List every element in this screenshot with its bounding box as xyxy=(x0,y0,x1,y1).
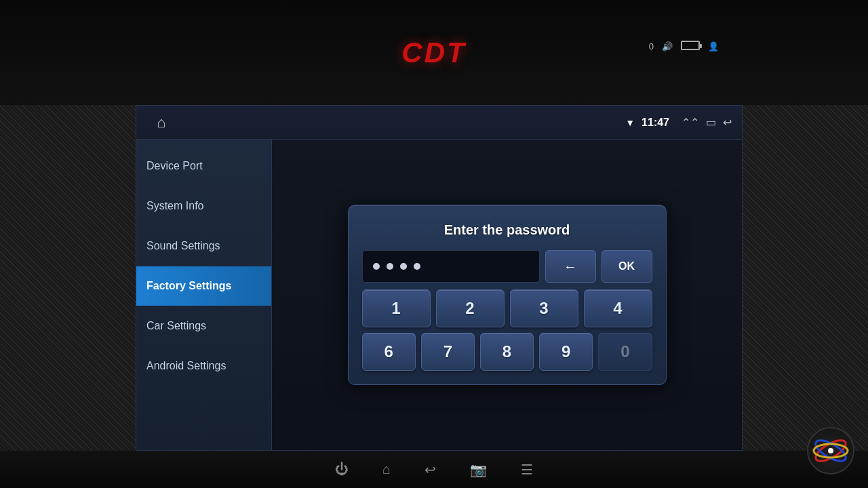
password-input[interactable] xyxy=(362,250,540,283)
sidebar-item-device-port[interactable]: Device Port xyxy=(136,146,271,186)
numpad-row-1: 1 2 3 4 xyxy=(362,289,652,327)
password-dialog: Enter the password ← xyxy=(348,205,667,385)
camera-icon[interactable]: 📷 xyxy=(470,462,487,478)
sidebar-item-system-info[interactable]: System Info xyxy=(136,186,271,226)
dot-3 xyxy=(400,263,407,270)
num-btn-3[interactable]: 3 xyxy=(510,289,578,327)
top-signal: 0 xyxy=(649,41,654,52)
num-btn-0[interactable]: 0 xyxy=(598,333,652,371)
sidebar-item-android-settings[interactable]: Android Settings xyxy=(136,346,271,386)
bottom-bar: ⏻ ⌂ ↩ 📷 ☰ xyxy=(0,451,868,488)
back-bottom-icon[interactable]: ↩ xyxy=(425,462,436,478)
power-icon[interactable]: ⏻ xyxy=(335,462,349,477)
sidebar: Device Port System Info Sound Settings F… xyxy=(136,140,272,450)
status-time: 11:47 xyxy=(642,117,669,129)
main-content: Enter the password ← xyxy=(272,140,742,450)
dialog-overlay: Enter the password ← xyxy=(272,140,742,450)
sidebar-item-factory-settings[interactable]: Factory Settings xyxy=(136,266,271,306)
top-person-icon: 👤 xyxy=(708,41,719,52)
numpad: 1 2 3 4 6 7 8 9 0 xyxy=(362,289,652,371)
status-icons: ▼ 11:47 ⌃⌃ ▭ ↩ xyxy=(625,116,732,129)
ok-button[interactable]: OK xyxy=(601,250,652,283)
dot-4 xyxy=(414,263,420,270)
home-icon[interactable]: ⌂ xyxy=(157,114,165,131)
svg-point-3 xyxy=(828,448,833,453)
num-btn-9[interactable]: 9 xyxy=(539,333,593,371)
outer-frame: CDT 0 🔊 👤 ⌂ ▼ 11:47 ⌃⌃ ▭ ↩ xyxy=(0,0,868,488)
num-btn-7[interactable]: 7 xyxy=(421,333,475,371)
sidebar-item-sound-settings[interactable]: Sound Settings xyxy=(136,226,271,266)
device-screen: ⌂ ▼ 11:47 ⌃⌃ ▭ ↩ Device Port System Info xyxy=(136,105,743,451)
screen-status-bar: ⌂ ▼ 11:47 ⌃⌃ ▭ ↩ xyxy=(136,106,742,140)
dot-2 xyxy=(387,263,393,270)
num-btn-1[interactable]: 1 xyxy=(362,289,431,327)
screen-body: Device Port System Info Sound Settings F… xyxy=(136,140,742,450)
top-signal-icon: 🔊 xyxy=(662,41,673,52)
watermark xyxy=(807,427,861,481)
num-btn-2[interactable]: 2 xyxy=(436,289,505,327)
num-btn-8[interactable]: 8 xyxy=(480,333,534,371)
brand-logo: CDT xyxy=(401,37,466,69)
top-battery xyxy=(681,41,700,52)
backspace-button[interactable]: ← xyxy=(545,250,596,283)
back-icon: ↩ xyxy=(723,116,732,129)
num-btn-4[interactable]: 4 xyxy=(584,289,652,327)
home-bottom-icon[interactable]: ⌂ xyxy=(382,462,391,477)
window-icon: ▭ xyxy=(706,116,716,129)
dot-1 xyxy=(373,263,380,270)
chevron-up-icon: ⌃⌃ xyxy=(682,116,699,129)
watermark-logo xyxy=(810,430,851,471)
menu-icon[interactable]: ☰ xyxy=(521,462,533,478)
numpad-row-2: 6 7 8 9 0 xyxy=(362,333,652,371)
top-bar: CDT 0 🔊 👤 xyxy=(0,0,868,105)
wifi-icon: ▼ xyxy=(625,117,635,128)
top-status-right: 0 🔊 👤 xyxy=(649,41,719,52)
watermark-circle xyxy=(807,427,854,474)
password-row: ← OK xyxy=(362,250,652,283)
num-btn-6[interactable]: 6 xyxy=(362,333,416,371)
dialog-title: Enter the password xyxy=(362,222,652,238)
sidebar-item-car-settings[interactable]: Car Settings xyxy=(136,306,271,346)
